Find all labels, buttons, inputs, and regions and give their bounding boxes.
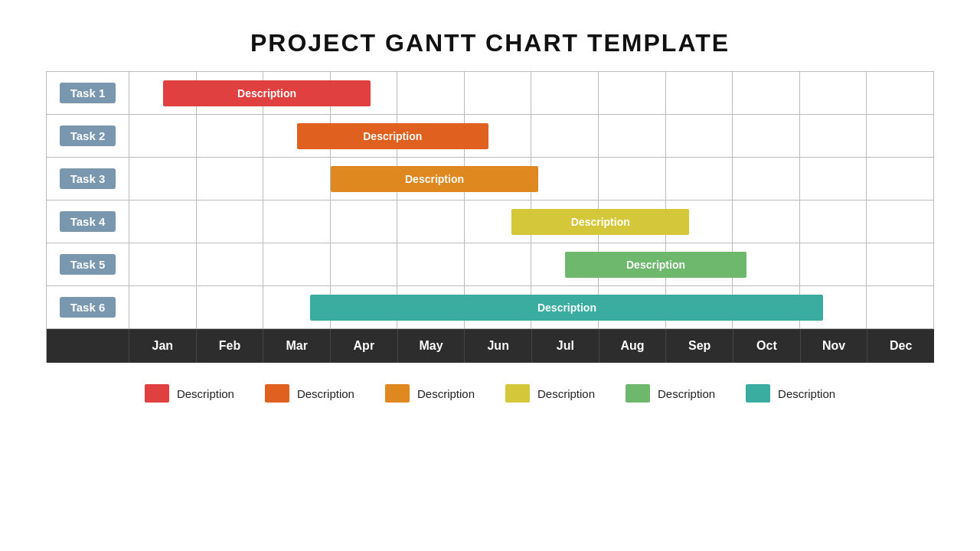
- grid-cell: [263, 201, 330, 243]
- legend-item-6: Description: [746, 384, 835, 403]
- grid-cell: [331, 286, 397, 329]
- month-col: [465, 72, 532, 329]
- legend-item-2: Description: [265, 384, 354, 403]
- month-header-row: JanFebMarAprMayJunJulAugSepOctNovDec: [46, 329, 934, 363]
- grid-cell: [129, 72, 196, 115]
- grid-cell: [531, 243, 598, 286]
- task-label: Task 4: [60, 211, 116, 232]
- legend: DescriptionDescriptionDescriptionDescrip…: [145, 384, 835, 403]
- gantt-body: Task 1Task 2Task 3Task 4Task 5Task 6 Des…: [46, 71, 934, 329]
- month-header-oct: Oct: [733, 329, 801, 363]
- grid-cell: [599, 72, 665, 115]
- grid-cell: [599, 115, 665, 158]
- month-header-feb: Feb: [197, 329, 264, 363]
- legend-label-text: Description: [658, 387, 715, 400]
- grid-cell: [331, 115, 397, 158]
- grid-cell: [666, 115, 733, 158]
- legend-label-text: Description: [778, 387, 835, 400]
- grid-cell: [465, 201, 531, 243]
- grid-cell: [129, 286, 196, 329]
- grid-cell: [733, 201, 799, 243]
- header-spacer: [47, 329, 129, 363]
- grid-cell: [397, 286, 464, 329]
- task-label: Task 3: [60, 168, 116, 189]
- grid-cell: [599, 243, 665, 286]
- grid-cell: [331, 158, 397, 201]
- grid-cell: [197, 201, 263, 243]
- grid-cell: [465, 158, 531, 201]
- task-label-cell: Task 4: [47, 201, 129, 243]
- month-header-may: May: [398, 329, 466, 363]
- month-col: [197, 72, 264, 329]
- grid-cell: [397, 72, 464, 115]
- grid-cell: [733, 286, 799, 329]
- grid-cell: [666, 286, 733, 329]
- month-header-apr: Apr: [331, 329, 398, 363]
- grid-cell: [263, 115, 330, 158]
- page-title: PROJECT GANTT CHART TEMPLATE: [250, 29, 730, 57]
- grid-cell: [800, 286, 867, 329]
- grid-cell: [465, 286, 531, 329]
- grid-cell: [465, 72, 531, 115]
- grid-cell: [867, 286, 933, 329]
- grid-cell: [733, 158, 799, 201]
- grid-cell: [733, 115, 799, 158]
- grid-cell: [867, 72, 933, 115]
- grid-cell: [531, 158, 598, 201]
- grid-cell: [397, 201, 464, 243]
- legend-label-text: Description: [177, 387, 234, 400]
- legend-color-box: [385, 384, 410, 403]
- grid-cell: [666, 201, 733, 243]
- grid-cell: [800, 243, 867, 286]
- grid-cell: [800, 158, 867, 201]
- month-col: [331, 72, 398, 329]
- grid-cell: [331, 201, 397, 243]
- month-col: [263, 72, 331, 329]
- grid-cell: [263, 243, 330, 286]
- grid-cell: [465, 243, 531, 286]
- grid-cell: [263, 286, 330, 329]
- grid-cell: [867, 201, 933, 243]
- task-label: Task 6: [60, 297, 116, 318]
- grid-cell: [197, 243, 263, 286]
- grid-cell: [666, 243, 733, 286]
- grid-cell: [263, 158, 330, 201]
- grid-cell: [867, 115, 933, 158]
- task-label-cell: Task 2: [47, 115, 129, 158]
- month-col: [129, 72, 197, 329]
- grid-cell: [197, 72, 263, 115]
- gantt-grid: DescriptionDescriptionDescriptionDescrip…: [129, 72, 934, 329]
- grid-cell: [331, 72, 397, 115]
- month-header-cols: JanFebMarAprMayJunJulAugSepOctNovDec: [129, 329, 934, 363]
- task-label: Task 2: [60, 126, 116, 146]
- grid-cell: [129, 201, 196, 243]
- month-header-nov: Nov: [801, 329, 868, 363]
- grid-cell: [397, 243, 464, 286]
- legend-label-text: Description: [417, 387, 475, 400]
- month-col: [531, 72, 599, 329]
- task-label-cell: Task 3: [47, 158, 129, 201]
- legend-color-box: [746, 384, 770, 403]
- month-col: [666, 72, 733, 329]
- grid-cell: [129, 158, 196, 201]
- task-label: Task 1: [60, 83, 116, 103]
- grid-cell: [867, 158, 933, 201]
- grid-cell: [531, 201, 598, 243]
- legend-color-box: [505, 384, 530, 403]
- grid-cell: [331, 243, 397, 286]
- legend-color-box: [265, 384, 289, 403]
- month-header-mar: Mar: [263, 329, 331, 363]
- grid-cell: [800, 72, 867, 115]
- task-label-cell: Task 6: [47, 286, 129, 329]
- grid-cell: [129, 115, 196, 158]
- grid-cell: [666, 72, 733, 115]
- month-col: [397, 72, 465, 329]
- legend-color-box: [145, 384, 169, 403]
- task-label-cell: Task 5: [47, 243, 129, 286]
- grid-cell: [465, 115, 531, 158]
- grid-cell: [531, 72, 598, 115]
- grid-cell: [599, 201, 665, 243]
- month-header-jan: Jan: [129, 329, 197, 363]
- grid-cell: [666, 158, 733, 201]
- grid-cell: [599, 158, 665, 201]
